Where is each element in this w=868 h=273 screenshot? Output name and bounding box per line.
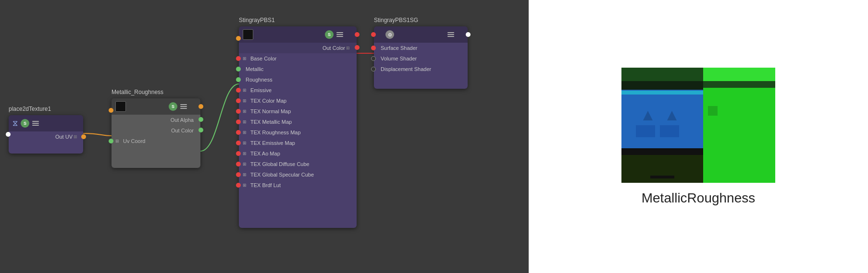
place2d-outuv-port[interactable] [81,134,86,139]
stingray-texcolormap-row: ⊞ TEX Color Map [239,95,357,106]
preview-svg [621,68,775,183]
svg-rect-14 [650,176,674,178]
stingray-texroughnessmap-label: TEX Roughness Map [250,130,301,135]
stingray-texaomap-row: ⊞ TEX Ao Map [239,148,357,159]
metallic-uvcoord-expand: ⊞ [115,139,119,143]
stingray-emissive-expand: ⊞ [243,88,247,93]
stingray-basecolor-label: Base Color [250,56,276,61]
stingray-texmetallicmap-label: TEX Metallic Map [250,119,292,125]
stingray-texmetallicmap-expand: ⊞ [243,119,247,124]
sg-displacementshader-port[interactable] [371,67,376,71]
node-stingray[interactable]: StingrayPBS1 S Out Color ⊞ ⊞ Base Color [239,26,357,228]
stingray-roughness-label: Roughness [246,77,273,83]
stingray-lines-icon [336,30,345,39]
stingray-emissive-row: ⊞ Emissive [239,85,357,95]
stingray-topbar: S [239,26,357,43]
sg-volumeshader-row: Volume Shader [374,53,468,64]
place2d-outuv-label: Out UV [55,134,73,140]
stingray-texnormalmap-port[interactable] [236,109,241,114]
stingray-texemissivemap-port[interactable] [236,141,241,145]
sg-surfaceshader-port[interactable] [371,46,376,50]
sg-surfaceshader-row: Surface Shader [374,43,468,53]
stingray-swatch [243,29,253,40]
stingray-basecolor-port[interactable] [236,56,241,61]
stingray-texbrdflut-port[interactable] [236,183,241,188]
metallic-outcolor-port[interactable] [198,128,203,132]
node-stingraysg[interactable]: StingrayPBS1SG ⚙ Surface Shader Volume S… [374,26,468,89]
node-place2d-title: place2dTexture1 [9,106,51,112]
stingray-texroughnessmap-port[interactable] [236,130,241,135]
place2d-arrow-icon: ⧖ [12,119,18,128]
metallic-uvcoord-port[interactable] [109,139,113,143]
stingray-texaomap-label: TEX Ao Map [250,151,280,156]
stingray-texroughnessmap-row: ⊞ TEX Roughness Map [239,127,357,138]
metallic-outalpha-row: Out Alpha [112,115,200,125]
stingray-texbrdflut-row: ⊞ TEX Brdf Lut [239,180,357,190]
stingray-right-top-port[interactable] [355,32,360,37]
metallic-uvcoord-row: ⊞ Uv Coord [112,136,200,146]
sg-volumeshader-label: Volume Shader [381,56,417,61]
stingray-texspecularcube-expand: ⊞ [243,172,247,177]
stingray-texcolormap-expand: ⊞ [243,98,247,103]
stingray-texspecularcube-row: ⊞ TEX Global Specular Cube [239,169,357,180]
sg-displacementshader-row: Displacement Shader [374,64,468,74]
sg-gear-icon: ⚙ [385,30,394,39]
place2d-outuv-grid: ⊞ [74,134,77,139]
stingray-metallic-port[interactable] [236,67,241,71]
stingray-outcolor-row: Out Color ⊞ [239,43,357,53]
metallic-uvcoord-label: Uv Coord [123,138,145,144]
node-place2dtexture[interactable]: place2dTexture1 ⧖ S Out UV ⊞ [9,115,83,154]
stingray-texcolormap-label: TEX Color Map [250,98,286,104]
metallic-lines-icon [180,102,189,111]
stingray-basecolor-row: ⊞ Base Color [239,53,357,64]
stingray-texroughnessmap-expand: ⊞ [243,130,247,135]
sg-displacementshader-label: Displacement Shader [381,66,431,72]
stingray-texdiffusecube-expand: ⊞ [243,162,247,166]
node-editor: place2dTexture1 ⧖ S Out UV ⊞ Metallic_Ro… [0,0,529,273]
stingray-texdiffusecube-label: TEX Global Diffuse Cube [250,161,310,167]
svg-rect-10 [636,125,655,137]
stingray-roughness-port[interactable] [236,77,241,82]
place2d-s-icon: S [21,119,29,128]
metallic-outalpha-port[interactable] [198,117,203,122]
preview-image [621,68,775,183]
sg-volumeshader-port[interactable] [371,56,376,61]
stingray-texemissivemap-label: TEX Emissive Map [250,140,295,146]
svg-rect-11 [660,125,679,137]
stingray-texnormalmap-label: TEX Normal Map [250,108,291,114]
stingray-emissive-label: Emissive [250,87,272,93]
preview-title: MetallicRoughness [642,190,756,206]
metallic-outcolor-row: Out Color [112,125,200,136]
sg-topbar: ⚙ [374,26,468,43]
stingray-texemissivemap-row: ⊞ TEX Emissive Map [239,138,357,148]
node-sg-title: StingrayPBS1SG [374,17,418,24]
metallic-left-port[interactable] [109,108,113,113]
svg-rect-15 [703,81,775,88]
stingray-texmetallicmap-port[interactable] [236,119,241,124]
sg-left-top-port[interactable] [371,32,376,37]
svg-rect-7 [621,91,703,95]
stingray-texaomap-port[interactable] [236,151,241,156]
stingray-metallic-label: Metallic [246,66,263,72]
stingray-texdiffusecube-port[interactable] [236,162,241,166]
stingray-outcolor-port[interactable] [355,45,360,50]
stingray-emissive-port[interactable] [236,88,241,93]
sg-lines-icon [447,30,456,39]
stingray-texmetallicmap-row: ⊞ TEX Metallic Map [239,117,357,127]
sg-right-top-port[interactable] [466,32,471,37]
stingray-metallic-row: Metallic [239,64,357,74]
metallic-right-top-port[interactable] [198,104,203,109]
metallic-topbar: S [112,98,200,115]
stingray-outcolor-grid: ⊞ [346,46,350,50]
place2d-lines-icon [32,119,41,128]
stingray-texspecularcube-port[interactable] [236,172,241,177]
node-metallic-roughness[interactable]: Metallic_Roughness S Out Alpha Out Color… [112,98,200,168]
stingray-texnormalmap-row: ⊞ TEX Normal Map [239,106,357,117]
stingray-texbrdflut-label: TEX Brdf Lut [250,182,281,188]
svg-rect-3 [703,68,775,81]
stingray-left-port[interactable] [236,36,241,41]
stingray-texnormalmap-expand: ⊞ [243,109,247,114]
metallic-swatch [115,101,126,112]
stingray-texcolormap-port[interactable] [236,98,241,103]
svg-rect-13 [621,155,703,183]
